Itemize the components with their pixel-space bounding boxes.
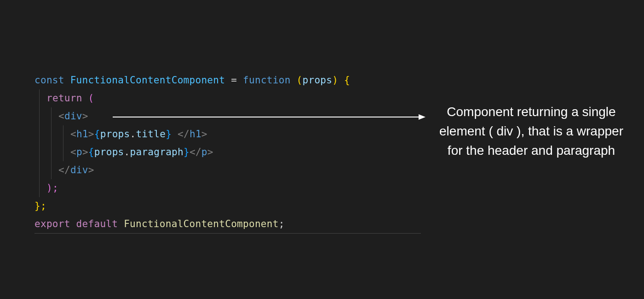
param-props: props [303, 75, 333, 86]
paren-close-semi: ); [46, 182, 58, 193]
export-name: FunctionalContentComponent [124, 218, 279, 229]
brace-close: } [184, 147, 190, 158]
code-line-5: <p>{props.paragraph}</p> [34, 143, 421, 161]
arrow-icon [113, 112, 426, 122]
brace-open: { [338, 75, 350, 86]
tag-div: div [64, 111, 82, 122]
code-line-1: const FunctionalContentComponent = funct… [34, 71, 421, 89]
prop-title: title [136, 129, 166, 140]
code-line-9: export default FunctionalContentComponen… [34, 215, 421, 233]
brace-open: { [88, 147, 94, 158]
svg-marker-1 [419, 114, 426, 120]
tag-h1-close: h1 [190, 129, 201, 140]
tag-open: </ [190, 147, 201, 158]
code-line-4: <h1>{props.title} </h1> [34, 125, 421, 143]
props-obj: props [100, 129, 130, 140]
keyword-const: const [34, 75, 70, 86]
dot: . [130, 129, 136, 140]
semicolon: ; [279, 218, 285, 229]
space [172, 129, 178, 140]
tag-close: > [82, 111, 88, 122]
brace-close-semi: }; [34, 200, 46, 211]
tag-open: < [70, 147, 76, 158]
tag-close: > [88, 164, 94, 176]
keyword-export: export [34, 218, 76, 229]
tag-h1: h1 [76, 129, 88, 140]
paren-open: ( [88, 93, 94, 104]
tag-close: > [88, 129, 94, 140]
tag-p-close: p [201, 147, 207, 158]
tag-div-close: div [70, 164, 88, 176]
code-line-2: return ( [34, 89, 421, 107]
annotation-text: Component returning a single element ( d… [432, 102, 630, 160]
tag-open: </ [178, 129, 190, 140]
operator-eq: = [225, 75, 243, 86]
tag-close: > [201, 129, 207, 140]
tag-close: > [207, 147, 213, 158]
code-line-8: }; [34, 197, 421, 215]
brace-close: } [166, 129, 172, 140]
tag-close: > [82, 147, 88, 158]
brace-open: { [94, 129, 100, 140]
paren-close: ) [332, 75, 338, 86]
tag-p: p [76, 147, 82, 158]
code-block: const FunctionalContentComponent = funct… [34, 71, 421, 234]
prop-paragraph: paragraph [130, 147, 184, 158]
var-name: FunctionalContentComponent [70, 75, 225, 86]
tag-open: </ [58, 164, 70, 176]
code-line-6: </div> [34, 161, 421, 179]
code-line-7: ); [34, 179, 421, 197]
paren-open: ( [297, 75, 303, 86]
dot: . [124, 147, 130, 158]
keyword-default: default [76, 218, 124, 229]
keyword-return: return [46, 93, 88, 104]
props-obj: props [94, 147, 124, 158]
keyword-function: function [243, 75, 297, 86]
tag-open: < [58, 111, 64, 122]
tag-open: < [70, 129, 76, 140]
